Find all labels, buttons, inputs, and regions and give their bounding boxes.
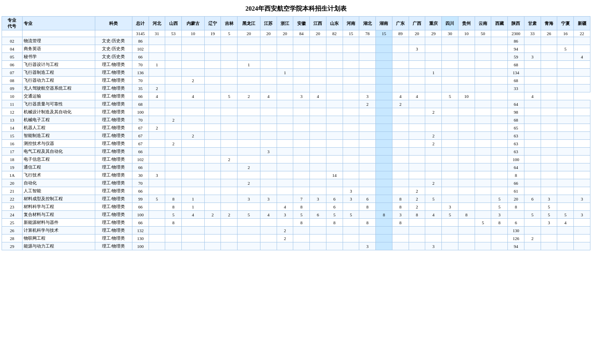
cell-r10-c18	[392, 116, 409, 124]
totals-cell-8: 5	[221, 30, 238, 37]
cell-r6-c10	[260, 84, 277, 92]
cell-r6-c29	[574, 84, 590, 92]
cell-r26-c0: 29	[2, 242, 23, 250]
cell-r20-c28	[557, 195, 574, 203]
cell-r18-c5	[165, 179, 182, 187]
cell-r26-c15	[343, 242, 359, 250]
cell-r4-c8	[221, 69, 238, 77]
cell-r16-c9: 2	[238, 163, 260, 171]
cell-r12-c12	[293, 132, 310, 140]
cell-r24-c20	[425, 227, 442, 235]
cell-r2-c12	[293, 53, 310, 61]
cell-r5-c1: 飞行器动力工程	[22, 77, 95, 84]
cell-r3-c13	[310, 61, 326, 69]
cell-r16-c6	[182, 163, 205, 171]
cell-r1-c23	[475, 45, 491, 53]
totals-cell-13: 20	[310, 30, 326, 37]
cell-r10-c6	[182, 116, 205, 124]
cell-r11-c12	[293, 124, 310, 132]
cell-r22-c1: 复合材料与工程	[22, 211, 95, 219]
cell-r19-c3: 66	[132, 187, 149, 195]
col-header-chongqing: 重庆	[425, 17, 442, 30]
cell-r12-c9	[238, 132, 260, 140]
cell-r17-c12	[293, 171, 310, 179]
cell-r0-c21	[442, 37, 458, 45]
cell-r10-c14	[326, 116, 343, 124]
cell-r11-c16	[359, 124, 376, 132]
table-row: 11飞行器质量与可靠性理工/物理类682264	[2, 100, 590, 108]
totals-cell-2	[95, 30, 132, 37]
cell-r11-c5	[165, 124, 182, 132]
cell-r21-c20	[425, 203, 442, 211]
cell-r22-c4	[149, 211, 165, 219]
cell-r20-c12: 7	[293, 195, 310, 203]
cell-r21-c11: 4	[277, 203, 293, 211]
cell-r3-c9: 1	[238, 61, 260, 69]
cell-r24-c13	[310, 227, 326, 235]
cell-r7-c7	[204, 92, 221, 100]
cell-r7-c8: 5	[221, 92, 238, 100]
cell-r3-c7	[204, 61, 221, 69]
cell-r9-c29	[574, 108, 590, 116]
table-row: 19通信工程理工/物理类66264	[2, 163, 590, 171]
cell-r26-c19	[409, 242, 425, 250]
cell-r7-c5	[165, 92, 182, 100]
cell-r20-c13: 3	[310, 195, 326, 203]
col-header-shanxi: 山西	[165, 17, 182, 30]
cell-r13-c16	[359, 140, 376, 148]
cell-r3-c17	[376, 61, 392, 69]
cell-r13-c10	[260, 140, 277, 148]
cell-r17-c21	[442, 171, 458, 179]
cell-r8-c11	[277, 100, 293, 108]
cell-r2-c26: 3	[524, 53, 541, 61]
cell-r0-c27	[541, 37, 557, 45]
cell-r8-c15	[343, 100, 359, 108]
cell-r9-c4	[149, 108, 165, 116]
cell-r4-c27	[541, 69, 557, 77]
cell-r6-c26	[524, 84, 541, 92]
cell-r18-c28	[557, 179, 574, 187]
cell-r5-c26	[524, 77, 541, 84]
cell-r11-c4: 2	[149, 124, 165, 132]
cell-r3-c10	[260, 61, 277, 69]
cell-r25-c15	[343, 235, 359, 242]
cell-r7-c6: 4	[182, 92, 205, 100]
cell-r13-c6	[182, 140, 205, 148]
cell-r20-c6: 1	[182, 195, 205, 203]
cell-r21-c25: 8	[508, 203, 524, 211]
cell-r18-c22	[458, 179, 475, 187]
cell-r19-c9	[238, 187, 260, 195]
cell-r25-c26: 2	[524, 235, 541, 242]
cell-r25-c3: 130	[132, 235, 149, 242]
cell-r9-c17	[376, 108, 392, 116]
cell-r21-c1: 材料科学与工程	[22, 203, 95, 211]
cell-r24-c9	[238, 227, 260, 235]
cell-r23-c17	[376, 219, 392, 227]
totals-cell-10: 20	[260, 30, 277, 37]
cell-r11-c28	[557, 124, 574, 132]
cell-r16-c23	[475, 163, 491, 171]
cell-r18-c9: 2	[238, 179, 260, 187]
cell-r10-c5: 2	[165, 116, 182, 124]
cell-r24-c4	[149, 227, 165, 235]
cell-r26-c16: 3	[359, 242, 376, 250]
cell-r15-c21	[442, 156, 458, 163]
cell-r13-c11	[277, 140, 293, 148]
cell-r23-c0: 25	[2, 219, 23, 227]
cell-r0-c13	[310, 37, 326, 45]
cell-r11-c17	[376, 124, 392, 132]
cell-r13-c1: 测控技术与仪器	[22, 140, 95, 148]
cell-r23-c10	[260, 219, 277, 227]
table-row: 02物流管理文史/历史类8686	[2, 37, 590, 45]
cell-r7-c21: 5	[442, 92, 458, 100]
cell-r4-c28	[557, 69, 574, 77]
cell-r11-c9	[238, 124, 260, 132]
cell-r20-c1: 材料成型及控制工程	[22, 195, 95, 203]
cell-r15-c20	[425, 156, 442, 163]
totals-cell-21: 30	[442, 30, 458, 37]
cell-r0-c29	[574, 37, 590, 45]
totals-cell-1	[22, 30, 95, 37]
cell-r10-c13	[310, 116, 326, 124]
cell-r10-c4	[149, 116, 165, 124]
cell-r22-c14: 5	[326, 211, 343, 219]
